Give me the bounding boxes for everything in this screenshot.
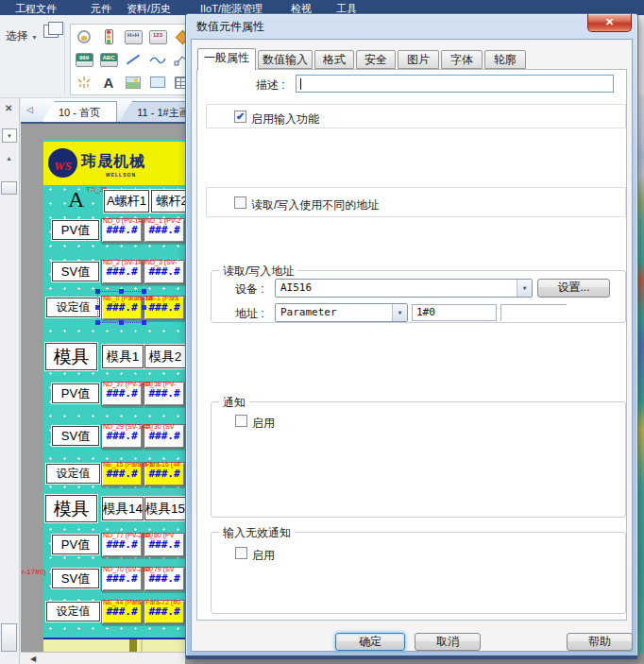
row-label[interactable]: 设定值 <box>46 298 100 317</box>
numeric-input[interactable]: Para-16 (4####.# <box>144 462 185 486</box>
traffic-light-icon[interactable] <box>98 27 119 46</box>
numeric-element-properties-dialog: 数值元件属性 ✕ 一般属性 数值输入 格式 安全 图片 字体 轮廓 描述 : ✔… <box>185 13 638 657</box>
close-icon: ✕ <box>605 16 614 27</box>
tab-font[interactable]: 字体 <box>441 50 483 69</box>
column-label[interactable]: 模具2 <box>144 345 185 368</box>
horizontal-scrollbar[interactable]: ◀ <box>21 652 185 664</box>
tab-outline[interactable]: 轮廓 <box>484 50 526 69</box>
row-label[interactable]: 设定值 <box>46 464 100 484</box>
panel-small-button[interactable] <box>1 181 17 195</box>
section-title[interactable]: 模具 <box>45 343 97 370</box>
panel-dropdown-button[interactable]: ▼ <box>2 128 17 143</box>
numeric-display[interactable]: ND_2 (SV-1#0###.# <box>101 260 143 284</box>
tab-numeric-input[interactable]: 数值输入 <box>258 50 313 69</box>
copy-screen-icon[interactable] <box>43 25 59 38</box>
rectangle-tool-icon[interactable] <box>147 73 168 92</box>
device-settings-button[interactable]: 设置... <box>537 279 610 298</box>
description-input[interactable] <box>296 75 614 93</box>
section-title[interactable]: 模具 <box>45 495 97 522</box>
numeric-display[interactable]: D_30 (SV###.# <box>144 424 185 449</box>
menu-item-data-history[interactable]: 资料/历史 <box>127 2 171 16</box>
word-button-icon[interactable]: H+H <box>123 27 144 46</box>
row-label[interactable]: PV值 <box>52 383 99 403</box>
group-legend: 输入无效通知 <box>219 525 295 541</box>
lamp-icon[interactable] <box>74 27 94 46</box>
enable-input-checkbox[interactable]: ✔ <box>234 111 246 123</box>
column-label[interactable]: 模具14 <box>102 497 144 520</box>
column-label[interactable]: A螺杆1 <box>104 190 149 213</box>
dialog-title: 数值元件属性 <box>196 19 264 35</box>
numeric-display[interactable]: D_80 (PV###.# <box>144 533 185 557</box>
numeric-display[interactable]: ND_1 (PV-2###.# <box>144 218 185 243</box>
help-button[interactable]: 帮助 <box>567 633 633 651</box>
numeric-display[interactable]: ND_77 (PV-25#0###.# <box>101 533 143 557</box>
chevron-down-icon[interactable]: ▼ <box>517 280 532 297</box>
panel-close-icon[interactable]: ✕ <box>5 103 12 113</box>
read-write-address-group: 读取/写入地址 设备 : AI516▼ 设置... 地址 : Parameter… <box>211 270 626 323</box>
notification-enable-checkbox[interactable] <box>235 415 247 427</box>
column-label[interactable]: 螺杆2 <box>151 190 185 213</box>
address-value-input[interactable]: 1#0 <box>412 304 497 321</box>
big-letter-text[interactable]: A <box>68 187 84 213</box>
hmi-canvas[interactable]: WS 玮晟机械 WELLSON A TX_35 A螺杆1 螺杆2 PV值 ND_… <box>43 140 185 652</box>
invalid-enable-checkbox[interactable] <box>235 547 247 559</box>
column-label[interactable]: 模具1 <box>102 345 144 368</box>
numeric-display-icon[interactable]: 999 <box>74 50 94 69</box>
select-tool-button[interactable]: 选择▼ <box>6 28 38 44</box>
diff-address-checkbox[interactable] <box>234 196 246 209</box>
numeric-input[interactable]: NE_44 (Para###.# <box>101 600 143 624</box>
row-label[interactable]: SV值 <box>52 426 99 446</box>
panel-bottom-button[interactable] <box>1 623 17 652</box>
line-tool-icon[interactable] <box>123 50 144 69</box>
cancel-button[interactable]: 取消 <box>415 633 481 651</box>
mold-header-row: 模具 模具14 模具15 <box>43 495 185 527</box>
canvas-right-sliver <box>638 94 644 654</box>
scroll-up-icon[interactable]: ▲ <box>6 155 12 162</box>
numeric-input[interactable]: Para-72 (#0###.# <box>144 600 185 624</box>
curve-tool-icon[interactable] <box>147 50 168 69</box>
numeric-display[interactable]: ND_29 (SV-14#0###.# <box>101 424 143 449</box>
company-sub-name: WELLSON <box>106 172 136 178</box>
numeric-display[interactable]: ND_0 (PV-1#0###.# <box>101 218 143 243</box>
row-label[interactable]: SV值 <box>52 569 99 588</box>
tab-format[interactable]: 格式 <box>314 50 354 69</box>
tab-general[interactable]: 一般属性 <box>197 48 256 70</box>
dialog-close-button[interactable]: ✕ <box>587 14 632 32</box>
numeric-input-selected[interactable]: NE_0 (Param-1####.# <box>101 296 143 320</box>
text-display-icon[interactable]: ABC <box>98 50 119 69</box>
select-tool-label: 选择 <box>6 29 28 43</box>
numeric-display[interactable]: ND_3 (SV-###.# <box>144 260 185 284</box>
device-combobox[interactable]: AI516▼ <box>275 279 533 298</box>
menu-item-project[interactable]: 工程文件 <box>15 2 57 16</box>
tab-scroll-left-icon[interactable]: ◁ <box>26 105 33 114</box>
numeric-display[interactable]: ND_37 (PV-14#0###.# <box>101 382 143 406</box>
ok-button[interactable]: 确定 <box>335 633 405 651</box>
address-type-combobox[interactable]: Parameter▼ <box>275 303 408 322</box>
row-label[interactable]: PV值 <box>52 535 99 554</box>
chevron-down-icon[interactable]: ▼ <box>392 304 407 321</box>
numeric-button-icon[interactable]: 123 <box>147 27 168 46</box>
row-label[interactable]: SV值 <box>52 262 99 281</box>
scroll-left-icon[interactable]: ◀ <box>30 655 36 663</box>
sparkle-tool-icon[interactable] <box>74 73 94 92</box>
row-label[interactable]: PV值 <box>52 220 99 240</box>
enable-input-label: 启用输入功能 <box>251 111 319 128</box>
invalid-input-notification-group: 输入无效通知 启用 <box>211 532 626 614</box>
row-label[interactable]: 设定值 <box>46 602 100 621</box>
margin-annotation: r-17#0) <box>22 568 46 576</box>
image-tool-icon[interactable] <box>123 73 144 92</box>
column-label[interactable]: 模具15 <box>144 497 185 520</box>
tab-security[interactable]: 安全 <box>356 50 396 69</box>
device-label: 设备 : <box>235 281 264 298</box>
enable-input-box: ✔ 启用输入功能 <box>206 104 626 128</box>
screen-tab-home[interactable]: 10 - 首页 <box>42 101 117 122</box>
group-legend: 读取/写入地址 <box>219 264 297 280</box>
menu-item-element[interactable]: 元件 <box>91 2 111 16</box>
numeric-input[interactable]: NE_15 (Param-1###.# <box>101 462 143 486</box>
numeric-input[interactable]: NE-1 (Para###.# <box>144 296 185 320</box>
text-tool-icon[interactable]: A <box>98 73 119 92</box>
numeric-display[interactable]: D_79 (SV###.# <box>144 567 185 591</box>
numeric-display[interactable]: D_38 (PV-###.# <box>144 382 185 406</box>
tab-picture[interactable]: 图片 <box>398 50 439 69</box>
numeric-display[interactable]: ND_70 (SV-25#0###.# <box>101 567 143 591</box>
